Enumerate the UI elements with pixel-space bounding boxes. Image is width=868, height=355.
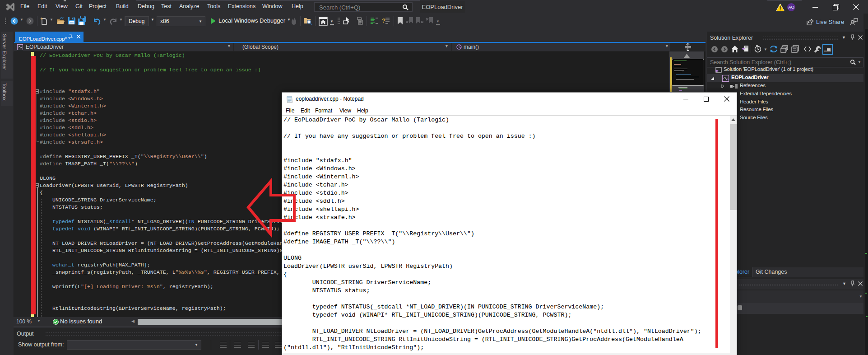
svg-text:++: ++ xyxy=(726,78,729,81)
svg-text:?: ? xyxy=(382,17,385,24)
